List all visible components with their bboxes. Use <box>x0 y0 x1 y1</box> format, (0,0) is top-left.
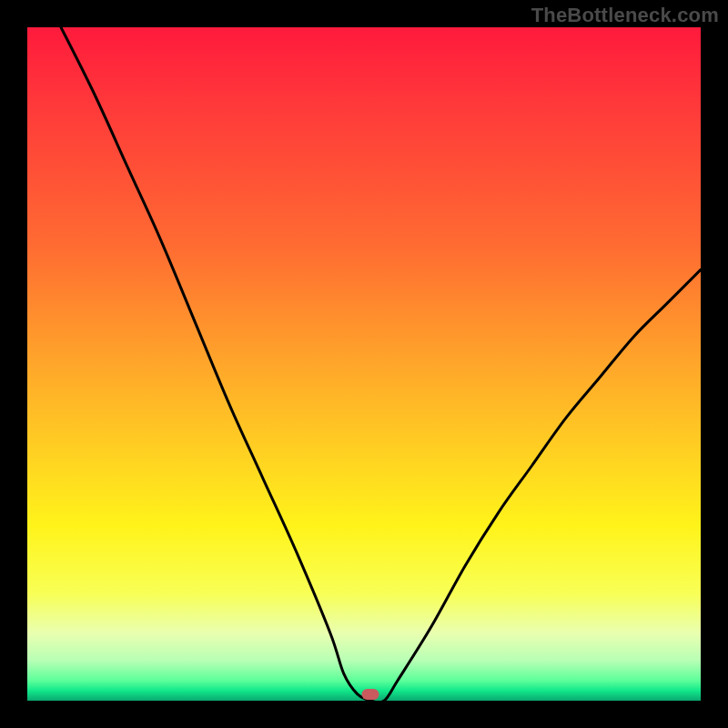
bottleneck-curve-path <box>61 27 701 701</box>
watermark-text: TheBottleneck.com <box>531 4 719 27</box>
optimal-point-marker <box>362 689 379 700</box>
chart-stage: TheBottleneck.com <box>0 0 728 728</box>
plot-area <box>27 27 701 701</box>
bottleneck-curve-svg <box>27 27 701 701</box>
